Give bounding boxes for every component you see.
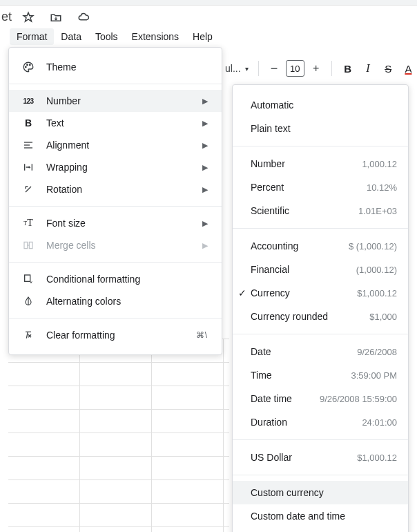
conditional-formatting-icon [21,274,35,285]
toolbar-fragment: ul... ▾ − 10 + B I S A [222,57,417,80]
increase-font-size-button[interactable]: + [307,59,324,78]
menu-data[interactable]: Data [54,28,88,45]
spreadsheet-grid[interactable] [8,339,229,532]
submenu-time[interactable]: Time 3:59:00 PM [233,363,408,387]
font-size-input[interactable]: 10 [286,60,304,77]
menu-rotation-label: Rotation [46,184,82,195]
decrease-font-size-button[interactable]: − [265,59,282,78]
chevron-right-icon: ▶ [202,185,208,194]
cloud-status-icon[interactable] [77,11,90,26]
menu-text[interactable]: B Text ▶ [9,112,222,134]
doc-title-truncated: et [1,10,12,24]
submenu-us-dollar-label: US Dollar [251,452,292,463]
submenu-custom-number-format[interactable]: Custom number format [233,528,408,532]
menu-clear-formatting-label: Clear formatting [46,330,115,341]
format-dropdown: Theme 123 Number ▶ B Text ▶ Alignment ▶ … [8,47,222,355]
submenu-currency-rounded[interactable]: Currency rounded $1,000 [233,305,408,328]
menu-font-size[interactable]: TT Font size ▶ [9,212,222,234]
menu-merge-cells: Merge cells ▶ [9,234,222,256]
submenu-percent-label: Percent [251,182,284,193]
submenu-custom-date-time[interactable]: Custom date and time [233,504,408,528]
submenu-date-time-example: 9/26/2008 15:59:00 [320,394,397,404]
merge-cells-icon [21,240,35,251]
submenu-percent-example: 10.12% [367,182,397,193]
text-color-button[interactable]: A [400,59,417,78]
number-123-icon: 123 [21,97,35,105]
submenu-custom-currency-label: Custom currency [251,487,324,498]
submenu-date-time-label: Date time [251,393,292,404]
move-folder-icon[interactable] [50,11,62,26]
alternating-colors-icon [21,296,35,307]
menu-theme[interactable]: Theme [9,56,222,78]
number-submenu: Automatic Plain text Number 1,000.12 Per… [232,84,409,532]
strikethrough-button[interactable]: S [380,59,397,78]
menu-merge-cells-label: Merge cells [46,240,96,251]
svg-marker-0 [23,12,33,21]
menu-wrapping[interactable]: Wrapping ▶ [9,156,222,178]
submenu-currency-label: Currency [251,287,290,298]
submenu-currency[interactable]: ✓ Currency $1,000.12 [233,281,408,305]
submenu-percent[interactable]: Percent 10.12% [233,175,408,199]
menu-conditional-formatting[interactable]: Conditional formatting [9,268,222,290]
title-icon-row: et [0,6,417,26]
submenu-time-example: 3:59:00 PM [351,370,398,381]
submenu-us-dollar[interactable]: US Dollar $1,000.12 [233,446,408,469]
font-family-dropdown[interactable]: ul... ▾ [222,63,251,74]
submenu-financial[interactable]: Financial (1,000.12) [233,258,408,281]
chevron-down-icon: ▾ [245,65,249,73]
align-icon [21,140,35,151]
menu-alternating-colors-label: Alternating colors [46,296,121,307]
italic-button[interactable]: I [359,59,376,78]
submenu-scientific-label: Scientific [251,205,289,216]
menu-alignment[interactable]: Alignment ▶ [9,134,222,156]
submenu-date-label: Date [251,346,271,357]
toolbar-separator [331,61,332,76]
menu-number[interactable]: 123 Number ▶ [9,90,222,112]
clear-formatting-icon [21,330,35,341]
submenu-number[interactable]: Number 1,000.12 [233,152,408,175]
menu-theme-label: Theme [46,61,77,73]
submenu-duration-example: 24:01:00 [362,417,397,428]
submenu-us-dollar-example: $1,000.12 [357,453,397,463]
submenu-date[interactable]: Date 9/26/2008 [233,340,408,363]
menu-help[interactable]: Help [186,28,220,45]
divider [233,146,408,146]
submenu-automatic-label: Automatic [251,99,293,111]
menu-alternating-colors[interactable]: Alternating colors [9,290,222,312]
svg-rect-9 [24,242,28,248]
star-icon[interactable] [22,11,35,26]
menu-format[interactable]: Format [10,28,54,45]
divider [9,206,222,207]
submenu-number-label: Number [251,158,285,169]
check-icon: ✓ [238,287,251,298]
svg-point-1 [26,66,27,68]
menubar: Format Data Tools Extensions Help [0,26,417,49]
rotation-icon [21,184,35,195]
svg-point-3 [30,64,31,66]
menu-tools[interactable]: Tools [88,28,125,45]
divider [9,84,222,84]
menu-clear-formatting[interactable]: Clear formatting ⌘\ [9,324,222,346]
submenu-automatic[interactable]: Automatic [233,93,408,117]
submenu-scientific-example: 1.01E+03 [358,206,397,216]
submenu-duration[interactable]: Duration 24:01:00 [233,410,408,434]
menu-rotation[interactable]: Rotation ▶ [9,178,222,200]
submenu-plain-text[interactable]: Plain text [233,117,408,140]
menu-extensions[interactable]: Extensions [125,28,186,45]
svg-rect-11 [25,275,30,281]
font-size-value: 10 [290,64,300,74]
bold-button[interactable]: B [339,59,356,78]
menu-conditional-formatting-label: Conditional formatting [46,274,140,285]
submenu-date-time[interactable]: Date time 9/26/2008 15:59:00 [233,387,408,410]
submenu-duration-label: Duration [251,417,287,428]
submenu-accounting-example: $ (1,000.12) [349,241,397,251]
submenu-accounting[interactable]: Accounting $ (1,000.12) [233,234,408,258]
menu-wrapping-label: Wrapping [46,162,88,173]
menu-alignment-label: Alignment [46,140,89,151]
bold-b-icon: B [21,117,35,129]
submenu-custom-currency[interactable]: Custom currency [233,481,408,504]
submenu-number-example: 1,000.12 [362,159,397,169]
submenu-accounting-label: Accounting [251,240,298,251]
submenu-scientific[interactable]: Scientific 1.01E+03 [233,199,408,222]
divider [233,475,408,475]
